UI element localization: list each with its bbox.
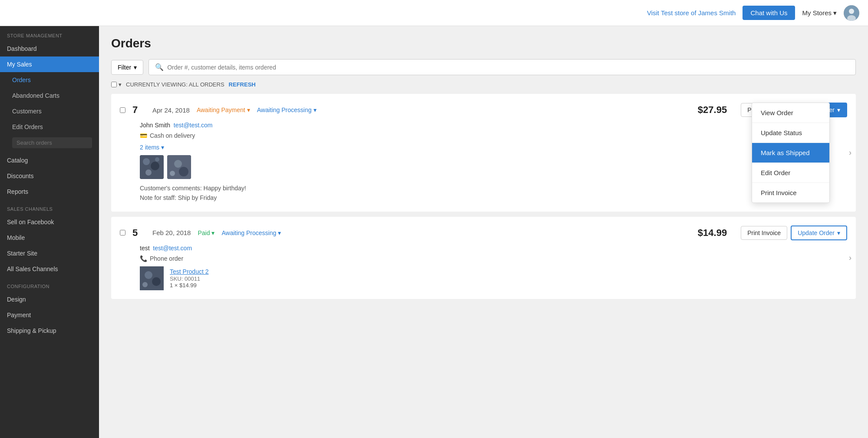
sidebar-item-edit-orders[interactable]: Edit Orders [0, 119, 99, 135]
sidebar-item-mobile[interactable]: Mobile [0, 230, 99, 246]
sidebar-search-input[interactable] [12, 137, 92, 148]
chat-button[interactable]: Chat with Us [743, 6, 795, 20]
svg-point-13 [145, 271, 152, 279]
order-5-print-invoice-button[interactable]: Print Invoice [741, 226, 787, 240]
payment-status-chevron-icon [247, 106, 250, 113]
sidebar-item-reports[interactable]: Reports [0, 184, 99, 199]
dropdown-update-status[interactable]: Update Status [752, 123, 829, 143]
dropdown-print-invoice[interactable]: Print Invoice [752, 183, 829, 202]
orders-search-box: 🔍 [149, 59, 856, 75]
sidebar-search-wrap [0, 135, 99, 153]
sidebar-item-dashboard[interactable]: Dashboard [0, 41, 99, 56]
order-7-header: 7 Apr 24, 2018 Awaiting Payment Awaiting… [120, 103, 847, 117]
svg-point-11 [170, 171, 175, 176]
order-5-fulfillment-chevron-icon [278, 229, 281, 236]
order-5-actions: Print Invoice Update Order [741, 226, 847, 240]
order-5-price: $14.99 [698, 227, 727, 239]
order-5-product-info: Test Product 2 SKU: 00011 1 × $14.99 [170, 268, 209, 289]
main-content: Orders Filter 🔍 CURRENTLY VIEWING: ALL O… [99, 26, 868, 438]
fulfillment-status-chevron-icon [314, 106, 317, 113]
items-toggle-chevron-icon [161, 144, 164, 151]
order-7-notes: Customer's comments: Happy birthday! Not… [140, 183, 847, 203]
sidebar-item-my-sales[interactable]: My Sales [0, 56, 99, 72]
order-5-payment-icon: 📞 [140, 255, 147, 262]
sidebar-item-all-sales-channels[interactable]: All Sales Channels [0, 261, 99, 277]
header-links: Visit Test store of James Smith Chat wit… [647, 5, 859, 21]
order-5-product-qty-price: 1 × $14.99 [170, 282, 209, 289]
order-5-fulfillment-status[interactable]: Awaiting Processing [221, 229, 281, 236]
order-7-customer: John Smith test@test.com [140, 122, 847, 129]
filter-button[interactable]: Filter [111, 60, 143, 75]
avatar[interactable] [844, 5, 859, 21]
dropdown-view-order[interactable]: View Order [752, 103, 829, 123]
svg-point-15 [142, 282, 148, 287]
dropdown-mark-as-shipped[interactable]: Mark as Shipped [752, 143, 829, 163]
sidebar-item-catalog[interactable]: Catalog [0, 153, 99, 168]
select-all-checkbox[interactable] [111, 82, 117, 87]
order-5-customer: test test@test.com [140, 245, 847, 252]
svg-rect-12 [140, 266, 164, 290]
sales-channels-label: Sales channels [0, 199, 99, 214]
order-7-checkbox[interactable] [120, 107, 125, 113]
order-7-image-1 [140, 155, 164, 179]
order-7-expand-arrow[interactable]: › [849, 148, 851, 157]
order-5-date: Feb 20, 2018 [152, 229, 191, 236]
order-5-product-sku: SKU: 00011 [170, 275, 209, 282]
svg-point-4 [143, 158, 150, 165]
sidebar-item-sell-on-facebook[interactable]: Sell on Facebook [0, 214, 99, 230]
sidebar-item-orders[interactable]: Orders [0, 72, 99, 88]
update-order-chevron-icon [837, 106, 840, 113]
visit-store-link[interactable]: Visit Test store of James Smith [647, 9, 736, 17]
sidebar-item-payment[interactable]: Payment [0, 307, 99, 323]
order-card-7: 7 Apr 24, 2018 Awaiting Payment Awaiting… [111, 94, 856, 212]
top-header: Visit Test store of James Smith Chat wit… [0, 0, 868, 26]
order-5-product-row: Test Product 2 SKU: 00011 1 × $14.99 [140, 266, 847, 290]
store-management-label: Store management [0, 26, 99, 41]
my-stores-chevron-icon [833, 9, 837, 17]
search-icon: 🔍 [155, 63, 164, 71]
configuration-label: Configuration [0, 277, 99, 292]
order-5-checkbox[interactable] [120, 230, 125, 236]
viewing-row: CURRENTLY VIEWING: ALL ORDERS REFRESH [111, 81, 856, 88]
order-7-dropdown-menu: View Order Update Status Mark as Shipped… [752, 103, 830, 203]
order-7-price: $27.95 [698, 104, 727, 116]
sidebar-item-customers[interactable]: Customers [0, 103, 99, 119]
currently-viewing-text: CURRENTLY VIEWING: ALL ORDERS [126, 81, 224, 88]
payment-icon: 💳 [140, 132, 147, 139]
sidebar-item-starter-site[interactable]: Starter Site [0, 246, 99, 261]
sidebar-item-discounts[interactable]: Discounts [0, 168, 99, 184]
svg-point-6 [145, 169, 152, 176]
refresh-link[interactable]: REFRESH [229, 81, 256, 88]
order-5-number: 5 [132, 227, 145, 239]
order-7-number: 7 [132, 104, 145, 116]
order-5-payment-status[interactable]: Paid [198, 229, 215, 236]
order-7-items-toggle[interactable]: 2 items [140, 144, 164, 151]
order-card-5: 5 Feb 20, 2018 Paid Awaiting Processing … [111, 217, 856, 299]
order-5-payment: 📞 Phone order [140, 255, 847, 262]
orders-search-input[interactable] [167, 64, 849, 71]
order-5-payment-chevron-icon [211, 229, 215, 236]
sidebar-item-design[interactable]: Design [0, 292, 99, 307]
order-7-images [140, 155, 847, 179]
filter-label: Filter [118, 64, 131, 71]
my-stores-button[interactable]: My Stores [802, 9, 837, 17]
order-5-customer-email[interactable]: test@test.com [153, 245, 192, 252]
svg-point-10 [179, 167, 188, 176]
order-5-expand-arrow[interactable]: › [849, 253, 851, 262]
order-7-fulfillment-status[interactable]: Awaiting Processing [257, 106, 317, 113]
svg-point-7 [155, 157, 159, 162]
order-5-update-order-button[interactable]: Update Order [791, 226, 847, 240]
order-7-payment-status[interactable]: Awaiting Payment [197, 106, 250, 113]
order-7-customer-email[interactable]: test@test.com [174, 122, 213, 129]
filter-row: Filter 🔍 [111, 59, 856, 75]
page-title: Orders [111, 36, 856, 50]
select-all-wrap [111, 81, 122, 88]
select-dropdown-icon[interactable] [119, 81, 122, 88]
sidebar-item-abandoned-carts[interactable]: Abandoned Carts [0, 88, 99, 103]
svg-point-14 [152, 277, 161, 286]
sidebar-item-shipping-pickup[interactable]: Shipping & Pickup [0, 323, 99, 338]
order-5-product-name[interactable]: Test Product 2 [170, 268, 209, 275]
layout: Store management Dashboard My Sales Orde… [0, 26, 868, 438]
dropdown-edit-order[interactable]: Edit Order [752, 163, 829, 183]
order-5-product-image [140, 266, 164, 290]
